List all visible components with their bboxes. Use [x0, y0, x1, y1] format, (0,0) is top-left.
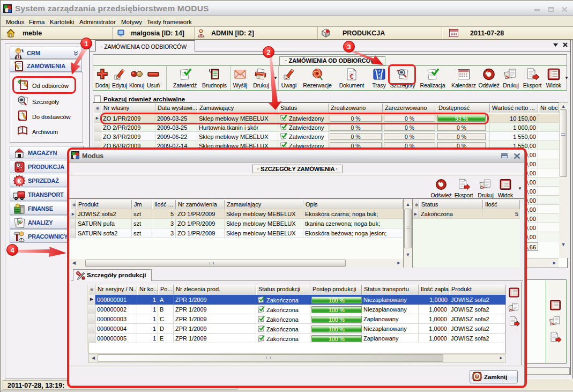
svg-text:€: €: [17, 177, 21, 185]
svg-text:€: €: [350, 73, 354, 80]
